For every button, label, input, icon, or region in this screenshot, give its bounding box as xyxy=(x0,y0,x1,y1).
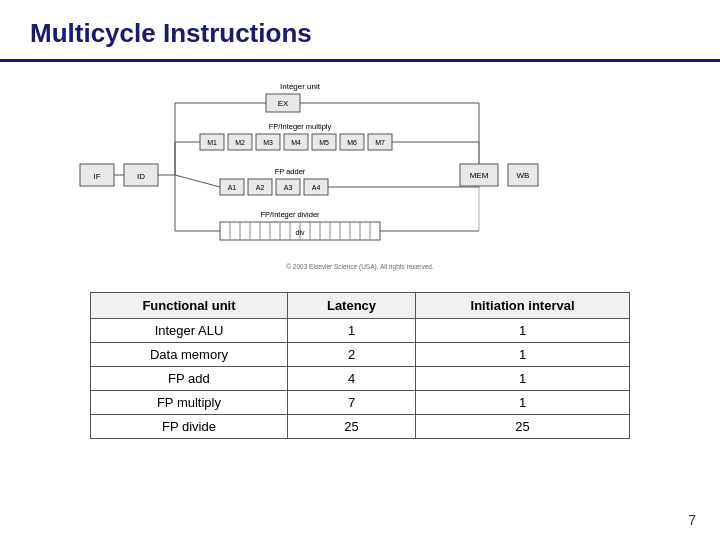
slide: Multicycle Instructions IF ID Integer un… xyxy=(0,0,720,540)
table-cell: 2 xyxy=(287,343,415,367)
svg-text:FP adder: FP adder xyxy=(275,167,306,176)
pipeline-diagram: IF ID Integer unit EX FP/Integer multipl… xyxy=(70,74,650,284)
table-row: FP add41 xyxy=(91,367,630,391)
table-cell: FP divide xyxy=(91,415,288,439)
svg-text:M3: M3 xyxy=(263,139,273,146)
svg-text:© 2003 Elsevier Science (USA).: © 2003 Elsevier Science (USA). All right… xyxy=(286,263,434,271)
table-cell: FP multiply xyxy=(91,391,288,415)
table-row: Data memory21 xyxy=(91,343,630,367)
svg-text:A4: A4 xyxy=(312,184,321,191)
table-row: FP multiply71 xyxy=(91,391,630,415)
table-cell: 25 xyxy=(287,415,415,439)
svg-text:div: div xyxy=(296,229,305,236)
page-title: Multicycle Instructions xyxy=(30,18,312,48)
table-cell: 1 xyxy=(416,319,630,343)
svg-text:M7: M7 xyxy=(375,139,385,146)
svg-text:M6: M6 xyxy=(347,139,357,146)
col-header-latency: Latency xyxy=(287,293,415,319)
svg-text:EX: EX xyxy=(278,99,289,108)
svg-text:ID: ID xyxy=(137,172,145,181)
col-header-functional-unit: Functional unit xyxy=(91,293,288,319)
svg-text:WB: WB xyxy=(517,171,530,180)
table-cell: 7 xyxy=(287,391,415,415)
table-cell: FP add xyxy=(91,367,288,391)
svg-text:A1: A1 xyxy=(228,184,237,191)
table-cell: Integer ALU xyxy=(91,319,288,343)
svg-text:FP/Integer multiply: FP/Integer multiply xyxy=(269,122,332,131)
svg-text:M4: M4 xyxy=(291,139,301,146)
title-bar: Multicycle Instructions xyxy=(0,0,720,62)
table-row: Integer ALU11 xyxy=(91,319,630,343)
diagram-area: IF ID Integer unit EX FP/Integer multipl… xyxy=(0,62,720,292)
svg-text:M5: M5 xyxy=(319,139,329,146)
table-cell: 4 xyxy=(287,367,415,391)
svg-text:Integer unit: Integer unit xyxy=(280,82,321,91)
svg-text:M2: M2 xyxy=(235,139,245,146)
table-cell: 1 xyxy=(416,343,630,367)
svg-text:A2: A2 xyxy=(256,184,265,191)
svg-text:A3: A3 xyxy=(284,184,293,191)
table-cell: 1 xyxy=(287,319,415,343)
table-area: Functional unit Latency Initiation inter… xyxy=(0,292,720,439)
table-cell: 1 xyxy=(416,391,630,415)
table-cell: 1 xyxy=(416,367,630,391)
table-cell: Data memory xyxy=(91,343,288,367)
table-row: FP divide2525 xyxy=(91,415,630,439)
svg-text:IF: IF xyxy=(93,172,100,181)
page-number: 7 xyxy=(688,512,696,528)
svg-text:MEM: MEM xyxy=(470,171,489,180)
svg-text:FP/Integer divider: FP/Integer divider xyxy=(260,210,320,219)
col-header-initiation-interval: Initiation interval xyxy=(416,293,630,319)
table-cell: 25 xyxy=(416,415,630,439)
svg-text:M1: M1 xyxy=(207,139,217,146)
svg-line-38 xyxy=(175,175,220,187)
data-table: Functional unit Latency Initiation inter… xyxy=(90,292,630,439)
